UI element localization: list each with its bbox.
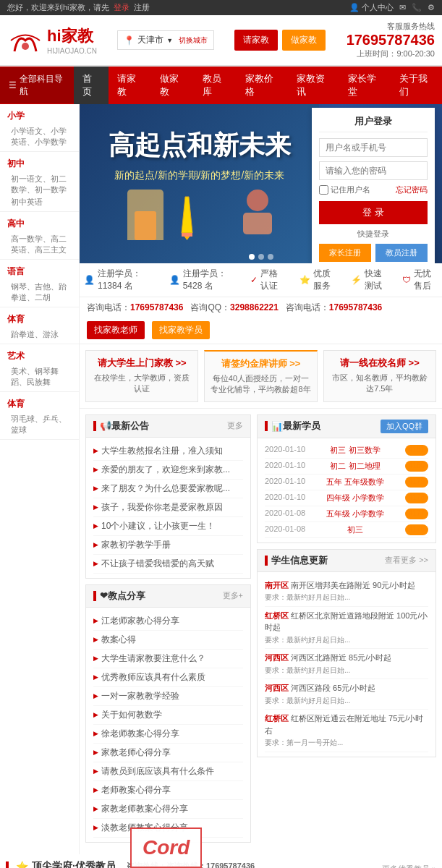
sidebar-title-sports: 体育 [0, 310, 79, 328]
share-item[interactable]: 请教员到底应该具有什么条件 [93, 762, 243, 781]
share-item[interactable]: 家教老师心得分享 [93, 744, 243, 762]
student-row[interactable]: 2020-01-10 五年 五年级数学 4179 [265, 475, 428, 490]
nav-parent-hall[interactable]: 家长学堂 [339, 67, 391, 104]
student-row[interactable]: 2020-01-10 初三 初三数学 4181 [265, 443, 428, 459]
user-center[interactable]: 👤 个人中心 [349, 2, 394, 13]
be-teacher-button[interactable]: 做家教 [282, 30, 326, 51]
promo-card-3[interactable]: 请一线在校名师 >> 市区，知名教师，平均教龄达7.5年 [323, 350, 436, 402]
nav-teacher-lib[interactable]: 教员库 [194, 67, 237, 104]
find-teacher-consult-button[interactable]: 找家教老师 [87, 321, 145, 339]
nav-home[interactable]: 首页 [74, 67, 108, 104]
parent-register-button[interactable]: 家长注册 [319, 244, 371, 262]
two-col-section: 📢 最新公告 更多 大学生教然报名注册，准入须知 亲爱的朋友了，欢迎您来到家教.… [80, 409, 442, 854]
share-item[interactable]: 家教老师教案心得分享 [93, 800, 243, 819]
fast-icon: ⚡ [351, 275, 362, 285]
share-box: ❤ 教点分享 更多+ 江老师家教心得分享 教案心得 大学生请家教要注意什么？ 优… [85, 584, 251, 843]
dot-2[interactable] [258, 254, 264, 260]
nav-news[interactable]: 家教资讯 [288, 67, 339, 104]
nav-price[interactable]: 家教价格 [237, 67, 288, 104]
share-item[interactable]: 老师教案心得分享 [93, 781, 243, 800]
password-input[interactable] [319, 161, 428, 180]
announce-item[interactable]: 来了朋友？为什么总要爱家教呢... [93, 480, 243, 498]
login-link[interactable]: 登录 [114, 3, 129, 12]
student-row[interactable]: 2020-01-08 五年级 小学数学 4177 [265, 506, 428, 522]
announce-item[interactable]: 不让孩子错爱我错爱的高天赋 [93, 555, 243, 574]
dot-3[interactable] [268, 254, 273, 260]
demand-item[interactable]: 南开区 南开区增邦美在路附近 90元/小时起 要求：最新约好月起日始... [265, 576, 428, 607]
share-item[interactable]: 一对一家教教学经验 [93, 687, 243, 706]
nav-be-teacher[interactable]: 做家教 [151, 67, 194, 104]
find-student-button[interactable]: 找家教学员 [152, 321, 210, 339]
login-options: 记住用户名 忘记密码 [319, 184, 428, 195]
students-icon: 📊 [271, 421, 283, 432]
share-more[interactable]: 更多+ [223, 590, 243, 601]
announce-content: 大学生教然报名注册，准入须知 亲爱的朋友了，欢迎您来到家教... 来了朋友？为什… [86, 438, 250, 578]
share-item[interactable]: 江老师家教心得分享 [93, 612, 243, 631]
settings-icon[interactable]: ⚙ [428, 3, 435, 12]
tag-bar: 👤 注册学员：11384 名 👤 注册学员：5428 名 ✓ 严格认证 ⭐ 优质… [80, 263, 442, 297]
phone-input[interactable] [319, 138, 428, 157]
remember-checkbox[interactable]: 记住用户名 [319, 184, 370, 195]
sidebar-item-middle2[interactable]: 初中英语 [0, 196, 79, 208]
promo-card-2[interactable]: 请签约金牌讲师 >> 每位40人面授经历，一对一专业化辅导，平均教龄超8年 [204, 350, 317, 402]
login-button[interactable]: 登 录 [319, 201, 428, 224]
banner-figures [127, 190, 272, 240]
sidebar-item-high[interactable]: 高一数学、高二英语、高三主文 [0, 233, 79, 256]
red-bar4 [265, 556, 268, 566]
qq-group-button[interactable]: 加入QQ群 [381, 420, 428, 433]
announce-item[interactable]: 孩子，我爱你你老是爱家教原因 [93, 498, 243, 517]
banner-main-title: 高起点和新未来 [109, 128, 291, 163]
message-icon[interactable]: ✉ [399, 3, 406, 12]
nav-all-subjects[interactable]: ☰ 全部科目导航 [0, 67, 74, 103]
announce-item[interactable]: 家教初学教学手册 [93, 536, 243, 555]
teachers-section: ⭐ 顶尖学府·优秀教员 咨询热线：咨询热线：17695787436 更多优秀教员… [0, 854, 442, 868]
share-item[interactable]: 教案心得 [93, 631, 243, 650]
sidebar-item-ball[interactable]: 羽毛球、乒乓、篮球 [0, 413, 79, 436]
student-row[interactable]: 2020-01-08 初三 4176 [265, 522, 428, 538]
cord-watermark: Cord [130, 827, 202, 868]
consult-phone: 咨询电话：17695787436 [87, 302, 183, 314]
phone-icon[interactable]: 📞 [412, 3, 422, 12]
demand-item[interactable]: 河西区 河西区路段 65元/小时起 要求：最新约好月起日始... [265, 679, 428, 710]
sidebar-item-lang[interactable]: 钢琴、吉他、跆拳道、二胡 [0, 281, 79, 304]
sidebar-section-ball: 体育 羽毛球、乒乓、篮球 [0, 392, 79, 440]
announce-more[interactable]: 更多 [227, 420, 243, 431]
nav-find-teacher[interactable]: 请家教 [109, 67, 151, 104]
sidebar-section-art: 艺术 美术、钢琴舞蹈、民族舞 [0, 344, 79, 392]
sidebar-item-elem[interactable]: 小学语文、小学英语、小学数学 [0, 125, 79, 148]
share-item[interactable]: 关于如何教数学 [93, 706, 243, 725]
register-link[interactable]: 注册 [134, 3, 150, 12]
announce-item[interactable]: 大学生教然报名注册，准入须知 [93, 442, 243, 461]
announce-item[interactable]: 亲爱的朋友了，欢迎您来到家教... [93, 461, 243, 480]
nav-about[interactable]: 关于我们 [391, 67, 442, 104]
demands-more[interactable]: 查看更多 >> [385, 555, 428, 566]
promo-row: 请大学生上门家教 >> 在校学生，大学教师，资质认证 请签约金牌讲师 >> 每位… [80, 344, 442, 409]
tag-registered: 👤 注册学员：11384 名 [84, 268, 155, 292]
demand-item[interactable]: 红桥区 红桥区北京附近道路地段附近 100元/小时起 要求：最新约好月起日始..… [265, 607, 428, 650]
teacher-register-button[interactable]: 教员注册 [375, 244, 428, 262]
consult-qq: 咨询QQ：3298862221 [190, 302, 278, 314]
student-row[interactable]: 2020-01-10 四年级 小学数学 4178 [265, 490, 428, 506]
sidebar-item-art[interactable]: 美术、钢琴舞蹈、民族舞 [0, 365, 79, 388]
sidebar-section-elementary: 小学 小学语文、小学英语、小学数学 [0, 104, 79, 152]
demand-item[interactable]: 红桥区 红桥区附近通云在附近地址 75元/小时 右 要求：第一月一号开始... [265, 710, 428, 752]
share-item[interactable]: 大学生请家教要注意什么？ [93, 650, 243, 668]
share-item[interactable]: 徐老师教案心得分享 [93, 725, 243, 744]
find-teacher-button[interactable]: 请家教 [234, 30, 278, 51]
demand-item[interactable]: 河西区 河西区北路附近 85元/小时起 要求：最新约好月起日始... [265, 649, 428, 679]
student-row[interactable]: 2020-01-10 初二 初二地理 4180 [265, 459, 428, 475]
sidebar-item-middle1[interactable]: 初一语文、初二数学、初一数学 [0, 173, 79, 196]
dot-1[interactable] [249, 254, 255, 260]
announce-item[interactable]: 10个小建议，让小孩更一生！ [93, 517, 243, 536]
top-bar: 您好，欢迎来到hi家教，请先 登录 注册 👤 个人中心 ✉ 📞 ⚙ [0, 0, 442, 15]
forgot-password-link[interactable]: 忘记密码 [396, 184, 428, 195]
city-selector[interactable]: 📍 天津市 ▼ 切换城市 [117, 30, 214, 50]
demands-box: 学生信息更新 查看更多 >> 南开区 南开区增邦美在路附近 90元/小时起 要求… [257, 549, 436, 757]
share-item[interactable]: 优秀教师应该具有什么素质 [93, 668, 243, 687]
remember-check[interactable] [319, 185, 328, 195]
register-row: 家长注册 教员注册 [319, 244, 428, 262]
sidebar-item-sports[interactable]: 跆拳道、游泳 [0, 328, 79, 341]
promo-card-1[interactable]: 请大学生上门家教 >> 在校学生，大学教师，资质认证 [85, 350, 198, 402]
promo-desc-1: 在校学生，大学教师，资质认证 [92, 373, 192, 395]
teachers-more-link[interactable]: 更多优秀教员 » [382, 864, 436, 868]
